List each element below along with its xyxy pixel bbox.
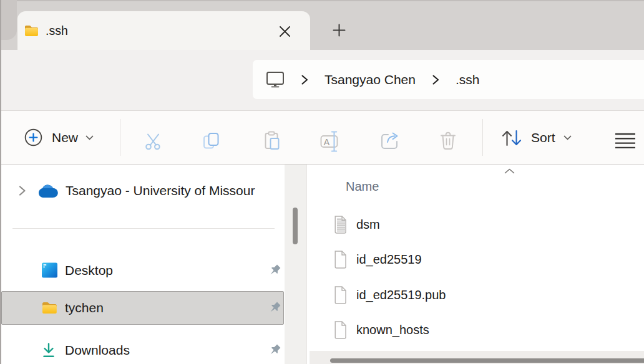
onedrive-cloud-icon — [39, 184, 61, 198]
file-list-pane: Name dsm id_ed255 — [307, 165, 644, 364]
sidebar-item-tychen[interactable]: tychen — [0, 291, 285, 325]
new-button[interactable]: New — [24, 111, 94, 164]
sort-button[interactable]: Sort — [501, 111, 572, 164]
file-explorer-window: .ssh — [0, 0, 644, 364]
rename-button[interactable]: A — [320, 128, 341, 155]
address-bar[interactable]: Tsangyao Chen .ssh — [253, 60, 644, 99]
sidebar-item-label: tychen — [65, 300, 104, 315]
file-row-id-ed25519-pub[interactable]: id_ed25519.pub — [307, 285, 644, 304]
sidebar-divider — [12, 228, 275, 229]
file-row-known-hosts[interactable]: known_hosts — [307, 320, 644, 339]
tab-ssh[interactable]: .ssh — [17, 11, 310, 50]
file-name: dsm — [356, 218, 380, 232]
chevron-right-icon — [301, 74, 308, 85]
sort-button-label: Sort — [531, 130, 555, 145]
file-row-id-ed25519[interactable]: id_ed25519 — [307, 250, 644, 269]
file-icon — [333, 321, 348, 339]
sidebar-item-desktop[interactable]: Desktop — [0, 254, 285, 287]
horizontal-scrollbar[interactable] — [310, 351, 644, 364]
pin-icon — [268, 301, 281, 315]
copy-button[interactable] — [202, 132, 222, 151]
window-border — [0, 0, 1, 364]
sidebar-item-downloads[interactable]: Downloads — [0, 334, 285, 364]
sidebar-item-onedrive[interactable]: Tsangyao - University of Missour — [0, 175, 285, 207]
new-tab-button[interactable] — [332, 23, 346, 37]
sidebar: Tsangyao - University of Missour Desktop — [0, 165, 285, 364]
desktop-icon — [41, 262, 58, 279]
hamburger-lines-icon — [615, 133, 636, 149]
file-icon — [333, 286, 348, 304]
new-button-label: New — [52, 130, 78, 145]
sort-ascending-icon[interactable] — [504, 168, 515, 174]
column-header-name[interactable]: Name — [346, 180, 379, 194]
file-name: known_hosts — [356, 323, 429, 337]
file-icon — [333, 251, 348, 269]
svg-text:A: A — [324, 137, 330, 147]
tab-bar: .ssh — [0, 0, 644, 50]
file-name: id_ed25519 — [356, 252, 422, 267]
content-area: Tsangyao - University of Missour Desktop — [0, 165, 644, 364]
paste-button[interactable] — [263, 131, 282, 151]
chevron-down-icon — [85, 135, 94, 140]
breadcrumb-item-user[interactable]: Tsangyao Chen — [324, 72, 416, 87]
cut-button[interactable] — [144, 132, 163, 151]
toolbar-divider — [482, 119, 483, 156]
toolbar-divider — [120, 119, 120, 156]
close-tab-icon[interactable] — [276, 23, 293, 39]
file-name: id_ed25519.pub — [356, 288, 446, 302]
navigation-bar: Tsangyao Chen .ssh — [0, 50, 644, 111]
downloads-arrow-icon — [41, 342, 56, 359]
share-button[interactable] — [380, 131, 402, 150]
this-pc-icon[interactable] — [266, 71, 285, 88]
sidebar-item-label: Desktop — [65, 263, 113, 278]
sidebar-scrollbar[interactable] — [285, 165, 306, 364]
chevron-right-icon — [432, 74, 439, 85]
tab-title: .ssh — [46, 24, 68, 38]
sidebar-item-label: Downloads — [65, 343, 130, 358]
plus-circle-icon — [24, 128, 42, 146]
command-toolbar: New — [0, 111, 644, 165]
text-document-icon — [333, 216, 348, 234]
file-row-dsm[interactable]: dsm — [307, 215, 644, 234]
chevron-expand-icon[interactable] — [18, 184, 26, 197]
folder-icon — [24, 24, 39, 37]
sidebar-item-label: Tsangyao - University of Missour — [66, 183, 255, 198]
scrollbar-thumb[interactable] — [293, 208, 298, 244]
view-options-button[interactable] — [615, 133, 636, 149]
delete-button[interactable] — [439, 131, 457, 150]
pin-icon — [268, 343, 281, 357]
breadcrumb-item-ssh[interactable]: .ssh — [456, 72, 480, 87]
window-corner — [0, 0, 17, 40]
scrollbar-thumb[interactable] — [330, 358, 644, 363]
folder-icon — [41, 301, 58, 315]
chevron-down-icon — [564, 135, 572, 140]
pin-icon — [268, 264, 281, 277]
sort-arrows-icon — [501, 128, 522, 147]
